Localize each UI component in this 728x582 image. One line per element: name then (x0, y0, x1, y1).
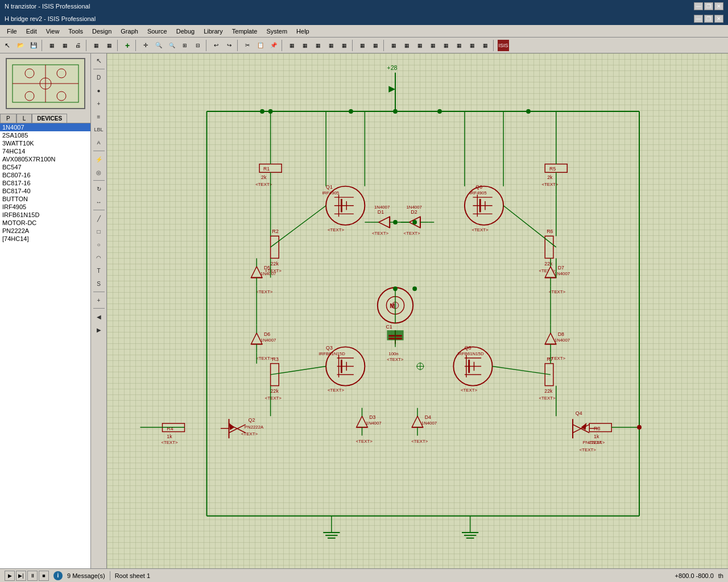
toolbar-btn-27[interactable]: ▦ (387, 39, 400, 52)
menu-library[interactable]: Library (199, 27, 228, 36)
device-item-IRF4905[interactable]: IRF4905 (0, 203, 90, 211)
svg-text:Q2: Q2 (249, 417, 255, 423)
menu-system[interactable]: System (262, 27, 292, 36)
menu-help[interactable]: Help (292, 27, 314, 36)
menu-view[interactable]: View (42, 27, 64, 36)
close-btn-2[interactable]: ✕ (714, 15, 723, 23)
toolbar-btn-4[interactable]: ▦ (46, 39, 58, 52)
device-item-3WATT10K[interactable]: 3WATT10K (0, 139, 90, 147)
device-item-PN2222A[interactable]: PN2222A (0, 227, 90, 235)
toolbar-btn-26[interactable]: ▦ (369, 39, 382, 52)
minimize-btn-1[interactable]: — (694, 2, 703, 10)
play-btn-stop[interactable]: ■ (39, 571, 49, 581)
device-item-74HC14b[interactable]: [74HC14] (0, 235, 90, 243)
vtool-line[interactable]: ╱ (93, 212, 105, 225)
menu-design[interactable]: Design (88, 27, 116, 36)
vtool-mirror[interactable]: ↔ (93, 196, 105, 208)
menu-edit[interactable]: Edit (22, 27, 42, 36)
menu-tools[interactable]: Tools (64, 27, 88, 36)
toolbar-zoom-in[interactable]: 🔍 (152, 39, 165, 52)
vtool-circle[interactable]: ○ (93, 238, 105, 251)
toolbar-select[interactable]: ↖ (1, 39, 14, 52)
vtool-next[interactable]: ▶ (93, 323, 105, 336)
toolbar-btn-28[interactable]: ▦ (400, 39, 413, 52)
menu-source[interactable]: Source (143, 27, 172, 36)
toolbar-zoom-fit[interactable]: ⊞ (179, 39, 191, 52)
toolbar-cursor[interactable]: ✛ (139, 39, 152, 52)
vtool-wire[interactable]: + (93, 97, 105, 110)
device-item-BC817-40[interactable]: BC817-40 (0, 187, 90, 195)
menu-template[interactable]: Template (228, 27, 262, 36)
minimize-btn-2[interactable]: — (694, 15, 703, 23)
toolbar-save[interactable]: 💾 (27, 39, 40, 52)
play-btn-step[interactable]: ▶| (16, 571, 26, 581)
play-btn-start[interactable]: ▶ (5, 571, 15, 581)
menu-file[interactable]: File (2, 27, 22, 36)
device-item-BC547[interactable]: BC547 (0, 163, 90, 171)
device-item-MOTOR-DC[interactable]: MOTOR-DC (0, 219, 90, 227)
vtool-zoom-in[interactable]: + (93, 294, 105, 306)
device-item-BC807-16[interactable]: BC807-16 (0, 171, 90, 179)
toolbar-btn-31[interactable]: ▦ (440, 39, 452, 52)
toolbar-zoom-out[interactable]: 🔍 (166, 39, 178, 52)
vtool-rotate[interactable]: ↻ (93, 182, 105, 195)
toolbar-btn-23[interactable]: ▦ (325, 39, 337, 52)
vtool-arc[interactable]: ◠ (93, 251, 105, 264)
menu-debug[interactable]: Debug (172, 27, 199, 36)
device-item-IRFB61N15D[interactable]: IRFB61N15D (0, 211, 90, 219)
toolbar-redo[interactable]: ↪ (223, 39, 235, 52)
toolbar-copy[interactable]: 📋 (254, 39, 267, 52)
toolbar-btn-24[interactable]: ▦ (338, 39, 350, 52)
toolbar-btn-25[interactable]: ▦ (356, 39, 369, 52)
toolbar-undo[interactable]: ↩ (210, 39, 222, 52)
toolbar-btn-30[interactable]: ▦ (427, 39, 439, 52)
device-item-74HC14[interactable]: 74HC14 (0, 147, 90, 155)
close-btn-1[interactable]: ✕ (714, 2, 723, 10)
vtool-label[interactable]: LBL (93, 123, 105, 136)
play-btn-pause[interactable]: ⏸ (27, 571, 38, 581)
maximize-btn-2[interactable]: ❐ (704, 15, 713, 23)
window-1-titlebar[interactable]: N tranzistor - ISIS Professional — ❐ ✕ (0, 0, 728, 13)
toolbar-btn-34[interactable]: ▦ (479, 39, 491, 52)
canvas-area[interactable]: +28 (107, 53, 728, 568)
tab-l[interactable]: L (16, 114, 32, 123)
device-item-BC817-16[interactable]: BC817-16 (0, 179, 90, 187)
device-item-1N4007[interactable]: 1N4007 (0, 123, 90, 131)
toolbar-plus[interactable]: + (121, 39, 134, 52)
svg-point-19 (349, 109, 353, 114)
toolbar-btn-8[interactable]: ▦ (103, 39, 115, 52)
vtool-marker[interactable]: ◎ (93, 166, 105, 178)
toolbar-btn-33[interactable]: ▦ (466, 39, 478, 52)
svg-text:<TEXT>: <TEXT> (241, 431, 258, 436)
toolbar-cut[interactable]: ✂ (241, 39, 254, 52)
device-item-BUTTON[interactable]: BUTTON (0, 195, 90, 203)
vtool-prev[interactable]: ◀ (93, 310, 105, 323)
device-item-2SA1085[interactable]: 2SA1085 (0, 131, 90, 139)
vtool-box[interactable]: □ (93, 225, 105, 238)
tab-p[interactable]: P (0, 114, 16, 123)
vtool-text2[interactable]: T (93, 264, 105, 277)
vtool-bus[interactable]: ≡ (93, 110, 105, 123)
vtool-component[interactable]: D (93, 71, 105, 84)
toolbar-zoom-box[interactable]: ⊟ (192, 39, 204, 52)
toolbar-print[interactable]: 🖨 (72, 39, 84, 52)
toolbar-btn-29[interactable]: ▦ (413, 39, 426, 52)
toolbar-btn-20[interactable]: ▦ (286, 39, 298, 52)
maximize-btn-1[interactable]: ❐ (704, 2, 713, 10)
menu-graph[interactable]: Graph (116, 27, 143, 36)
device-item-AVX[interactable]: AVX0805X7R100N (0, 155, 90, 163)
toolbar-paste[interactable]: 📌 (267, 39, 280, 52)
tab-devices[interactable]: DEVICES (32, 114, 67, 123)
toolbar-btn-35[interactable]: ISIS (497, 39, 510, 52)
toolbar-btn-32[interactable]: ▦ (453, 39, 465, 52)
vtool-sym[interactable]: S (93, 277, 105, 290)
vtool-power[interactable]: ⚡ (93, 153, 105, 165)
toolbar-btn-5[interactable]: ▦ (59, 39, 71, 52)
toolbar-open[interactable]: 📂 (14, 39, 27, 52)
toolbar-btn-7[interactable]: ▦ (90, 39, 102, 52)
vtool-junction[interactable]: ● (93, 84, 105, 97)
vtool-select[interactable]: ↖ (93, 55, 105, 67)
toolbar-btn-22[interactable]: ▦ (312, 39, 324, 52)
vtool-text[interactable]: A (93, 136, 105, 149)
toolbar-btn-21[interactable]: ▦ (299, 39, 311, 52)
